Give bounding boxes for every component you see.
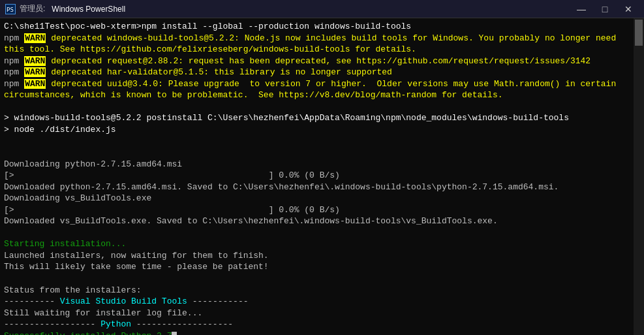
- terminal-line: [4, 227, 640, 239]
- terminal-line: [4, 147, 640, 159]
- terminal-line: C:\she11Test\poc-web-xterm>npm install -…: [4, 21, 640, 33]
- title-controls: — □ ✕: [571, 3, 639, 16]
- title-menu-label: 管理员:: [20, 3, 45, 14]
- minimize-button[interactable]: —: [571, 3, 592, 16]
- scrollbar-thumb[interactable]: [635, 20, 643, 46]
- terminal-line: this tool. See https://github.com/felixr…: [4, 44, 640, 56]
- terminal-line: npm WARN deprecated request@2.88.2: requ…: [4, 56, 640, 67]
- powershell-icon: PS: [5, 4, 16, 14]
- title-bar: PS 管理员: Windows PowerShell — □ ✕: [0, 0, 644, 18]
- terminal-line: ------------------ Python --------------…: [4, 319, 640, 330]
- title-bar-left: PS 管理员: Windows PowerShell: [5, 3, 125, 14]
- terminal-line: > windows-build-tools@5.2.2 postinstall …: [4, 112, 640, 124]
- scrollbar[interactable]: [634, 18, 644, 335]
- terminal-line: npm WARN deprecated uuid@3.4.0: Please u…: [4, 78, 640, 90]
- terminal-line: Downloading vs_BuildTools.exe: [4, 193, 640, 204]
- terminal-line-success: Successfully installed Python 2.7: [4, 330, 640, 335]
- terminal-line: [4, 101, 640, 113]
- terminal-line: [> ] 0.0% (0 B/s): [4, 204, 640, 216]
- terminal-line: Status from the installers:: [4, 285, 640, 296]
- terminal-line: Downloaded vs_BuildTools.exe. Saved to C…: [4, 215, 640, 227]
- terminal-line: This will likely take some time - please…: [4, 261, 640, 273]
- terminal-line: circumstances, which is known to be prob…: [4, 89, 640, 101]
- terminal-line: [4, 273, 640, 285]
- terminal-line: Downloading python-2.7.15.amd64.msi: [4, 159, 640, 170]
- terminal-output[interactable]: C:\she11Test\poc-web-xterm>npm install -…: [0, 18, 644, 335]
- terminal-line: npm WARN deprecated windows-build-tools@…: [4, 33, 640, 44]
- maximize-button[interactable]: □: [594, 3, 615, 16]
- terminal-line: ---------- Visual Studio Build Tools ---…: [4, 296, 640, 308]
- terminal-line: > node ./dist/index.js: [4, 124, 640, 136]
- terminal-line: Launched installers, now waiting for the…: [4, 250, 640, 262]
- svg-text:PS: PS: [7, 7, 14, 13]
- terminal-line: npm WARN deprecated har-validator@5.1.5:…: [4, 67, 640, 78]
- terminal-line: Downloaded python-2.7.15.amd64.msi. Save…: [4, 182, 640, 193]
- terminal-line: Starting installation...: [4, 238, 640, 250]
- terminal-line: Still waiting for installer log file...: [4, 308, 640, 319]
- title-label: Windows PowerShell: [52, 5, 125, 14]
- terminal-line: [> ] 0.0% (0 B/s): [4, 170, 640, 182]
- terminal-line: [4, 135, 640, 147]
- close-button[interactable]: ✕: [618, 3, 639, 16]
